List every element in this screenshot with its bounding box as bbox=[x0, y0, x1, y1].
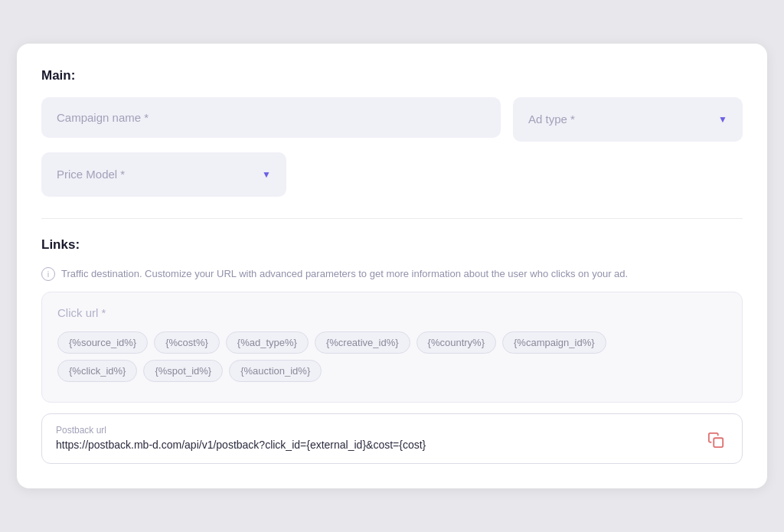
tags-row-1: {%source_id%} {%cost%} {%ad_type%} {%cre… bbox=[57, 331, 727, 354]
price-model-wrap: Price Model * ▼ bbox=[41, 152, 286, 197]
postback-value: https://postback.mb-d.com/api/v1/postbac… bbox=[56, 439, 426, 451]
tag-campaign-id[interactable]: {%campaign_id%} bbox=[502, 331, 606, 354]
tag-country[interactable]: {%country%} bbox=[416, 331, 496, 354]
tag-click-id[interactable]: {%click_id%} bbox=[57, 360, 137, 382]
first-row: Ad type * ▼ bbox=[41, 97, 743, 142]
campaign-name-input[interactable] bbox=[41, 97, 501, 138]
click-url-box: Click url * {%source_id%} {%cost%} {%ad_… bbox=[41, 292, 743, 403]
price-model-label: Price Model * bbox=[57, 168, 125, 181]
tag-spot-id[interactable]: {%spot_id%} bbox=[143, 360, 223, 382]
info-description: Traffic destination. Customize your URL … bbox=[61, 266, 628, 282]
ad-type-label: Ad type * bbox=[528, 113, 575, 126]
main-section: Main: Ad type * ▼ Price Model * ▼ bbox=[41, 68, 743, 197]
ad-type-chevron-icon: ▼ bbox=[718, 114, 727, 125]
section-divider bbox=[41, 218, 743, 219]
price-model-chevron-icon: ▼ bbox=[262, 169, 271, 180]
postback-content: Postback url https://postback.mb-d.com/a… bbox=[56, 425, 426, 451]
copy-button[interactable] bbox=[704, 428, 728, 452]
postback-label: Postback url bbox=[56, 425, 426, 436]
campaign-name-wrap bbox=[41, 97, 501, 142]
main-section-title: Main: bbox=[41, 68, 743, 83]
postback-box: Postback url https://postback.mb-d.com/a… bbox=[41, 413, 743, 464]
price-model-dropdown[interactable]: Price Model * ▼ bbox=[41, 152, 286, 197]
tag-cost[interactable]: {%cost%} bbox=[154, 331, 220, 354]
main-card: Main: Ad type * ▼ Price Model * ▼ bbox=[17, 44, 767, 489]
tag-auction-id[interactable]: {%auction_id%} bbox=[229, 360, 322, 382]
links-section: Links: i Traffic destination. Customize … bbox=[41, 237, 743, 465]
tag-source-id[interactable]: {%source_id%} bbox=[57, 331, 148, 354]
tag-ad-type[interactable]: {%ad_type%} bbox=[226, 331, 309, 354]
svg-rect-0 bbox=[714, 439, 723, 448]
ad-type-dropdown[interactable]: Ad type * ▼ bbox=[513, 97, 743, 142]
click-url-placeholder: Click url * bbox=[57, 306, 727, 319]
info-icon: i bbox=[41, 267, 55, 281]
info-row: i Traffic destination. Customize your UR… bbox=[41, 266, 743, 282]
second-row: Price Model * ▼ bbox=[41, 152, 743, 197]
links-section-title: Links: bbox=[41, 237, 743, 253]
tag-creative-id[interactable]: {%creative_id%} bbox=[315, 331, 410, 354]
ad-type-wrap: Ad type * ▼ bbox=[513, 97, 743, 142]
tags-row-2: {%click_id%} {%spot_id%} {%auction_id%} bbox=[57, 360, 727, 382]
